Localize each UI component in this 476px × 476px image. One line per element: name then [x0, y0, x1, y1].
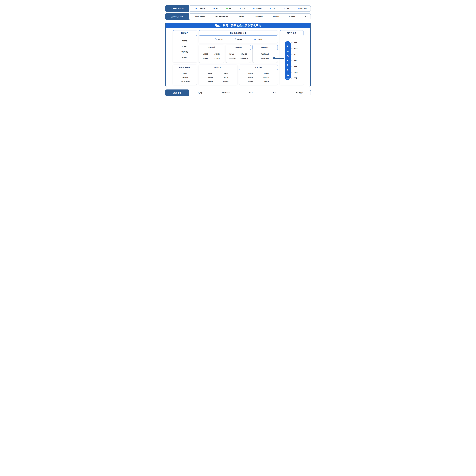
pill-char: 成: [287, 50, 289, 52]
clients-band: 客户端/移动端 门户Portal5H5安卓iOS企业微信钉钉飞书Link Now: [165, 5, 311, 12]
model-item: 报表模型: [182, 57, 187, 58]
permission-item: 资源配置: [203, 53, 208, 55]
database-item: SQL Server: [222, 92, 230, 94]
platform-banner: 高效、易用、开放的企业级数字化平台: [166, 23, 310, 28]
client-item: 钉钉: [270, 8, 275, 10]
custom-view-icon: [254, 38, 256, 40]
monitoring-items: 服务监控API监控事务监控性能监控流程运维故障恢复: [243, 70, 274, 85]
orchestration-items: 前端逻辑编排后端服务编排: [253, 50, 278, 63]
orchestration-item: 前端逻辑编排: [261, 53, 269, 55]
integration-pill: 集成第三方系统: [285, 41, 291, 80]
deployment-item: 公有云: [208, 73, 212, 74]
platform-panel: 高效、易用、开放的企业级数字化平台 模型能力 数据模型应用模型移动端模型报表模型…: [165, 22, 311, 87]
feishu-icon: [284, 8, 286, 10]
third-party-system-row: ERP: [291, 41, 303, 43]
third-party-system-label: PLM: [294, 59, 297, 61]
extension-item: 外部插件集成: [240, 58, 248, 60]
custom-app-item: 更多: [305, 16, 308, 17]
left-arrow-icon: [291, 47, 293, 49]
linknow-icon: [298, 8, 300, 10]
permission-item: 字段读写: [214, 58, 220, 60]
smart-form-icon: [234, 38, 236, 40]
engine-feature-label: 智能表单: [237, 38, 242, 40]
database-item: Oracle: [249, 92, 253, 94]
client-item: 门户Portal: [195, 8, 205, 10]
engine-feature: 流程引擎: [215, 38, 223, 40]
left-arrow-icon: [291, 71, 293, 73]
left-arrow-icon: [291, 53, 293, 55]
client-item-label: H5: [216, 8, 218, 9]
monitoring-item: 故障恢复: [264, 81, 269, 83]
monitoring-item: 流程运维: [248, 81, 254, 83]
permission-card: 权限体系 资源配置行级权限角色授权字段读写: [199, 45, 224, 63]
client-item-label: 门户Portal: [198, 8, 205, 10]
third-party-system-label: OA: [294, 53, 297, 55]
home-icon: [195, 8, 197, 10]
arrow-head: [272, 57, 275, 60]
monitoring-item: 服务监控: [248, 73, 254, 74]
left-arrow-icon: [291, 41, 293, 43]
core-engine-title: 数字化建设核心引擎: [199, 30, 278, 36]
monitoring-item: 性能监控: [264, 77, 269, 78]
deployment-item: 集群部署: [208, 81, 213, 83]
third-party-system-row: PLM: [291, 59, 303, 61]
third-party-system-label: MES: [294, 47, 298, 49]
engine-feature: 个性视图: [254, 38, 262, 40]
client-item-label: Link Now: [300, 8, 306, 9]
pill-char: 系: [287, 69, 289, 71]
client-item-label: 钉钉: [273, 8, 275, 10]
orchestration-title: 编排能力: [253, 45, 278, 50]
custom-app-item: 人力资源管理: [255, 16, 263, 17]
monitoring-item: 事务监控: [248, 77, 254, 78]
permission-item: 行级权限: [214, 53, 220, 55]
database-item: 国产数据库: [296, 92, 303, 94]
clients-band-label: 客户端/移动端: [165, 5, 189, 12]
left-arrow-icon: [291, 77, 293, 79]
cross-platform-item: Docker: [183, 73, 187, 74]
database-item: Redis: [273, 92, 276, 94]
wechat-work-icon: [253, 8, 255, 10]
third-party-title: 第三方系统: [280, 30, 304, 36]
android-icon: [226, 8, 228, 10]
arrow-tail: [275, 58, 284, 59]
cross-platform-title: 跨平台 跨容器: [173, 65, 197, 70]
model-item: 移动端模型: [182, 51, 188, 53]
deployment-item: 本地部署: [208, 77, 213, 78]
pill-char: 集: [287, 45, 289, 47]
custom-app-item: 数字化采购管理: [195, 16, 205, 17]
third-party-system-row: 更多: [291, 77, 303, 79]
client-item: iOS: [240, 8, 245, 10]
pill-char: 方: [287, 64, 289, 66]
custom-app-item: 业务协同: [273, 16, 279, 17]
orchestration-item: 后端服务编排: [261, 58, 269, 60]
cross-platform-item: Kubernets: [182, 77, 188, 78]
custom-app-item: 资产管理: [239, 16, 244, 17]
model-capability-title: 模型能力: [173, 30, 197, 36]
integration-arrow-icon: [272, 57, 284, 60]
extension-item: 自定义服务: [229, 53, 236, 55]
model-item: 数据模型: [182, 40, 187, 42]
flow-engine-icon: [215, 38, 217, 40]
left-arrow-icon: [291, 65, 293, 67]
permission-items: 资源配置行级权限角色授权字段读写: [200, 50, 222, 63]
deployment-card: 部署方式 公有云私有云本地部署高可用集群部署负载均衡: [199, 65, 238, 85]
monitoring-title: 运维监控: [239, 65, 278, 70]
third-party-system-label: WMS: [294, 71, 298, 73]
custom-apps-band: 定制应用系统 数字化采购管理合同-档案一体化管理资产管理人力资源管理业务协同项目…: [165, 13, 311, 20]
model-capability-items: 数据模型应用模型移动端模型报表模型: [173, 36, 197, 62]
extension-items: 自定义服务自开发页面自开发组件外部插件集成: [226, 50, 250, 63]
pill-char: 三: [287, 60, 289, 62]
database-item: MySQL: [198, 92, 203, 94]
client-item: 安卓: [226, 8, 231, 10]
permission-item: 角色授权: [203, 58, 208, 60]
client-item-label: 飞书: [287, 8, 289, 10]
extension-item: 自开发组件: [229, 58, 236, 60]
third-party-system-label: ERP: [294, 41, 297, 43]
orchestration-card: 编排能力 前端逻辑编排后端服务编排: [253, 45, 278, 63]
storage-band-label: 数据存储: [165, 89, 189, 96]
pill-char: 第: [287, 55, 289, 57]
cross-platform-items: DockerKubernetsLinux/Windows: [173, 70, 197, 85]
client-item: 企业微信: [253, 8, 262, 10]
model-item: 应用模型: [182, 46, 187, 47]
deployment-item: 高可用: [224, 77, 228, 78]
